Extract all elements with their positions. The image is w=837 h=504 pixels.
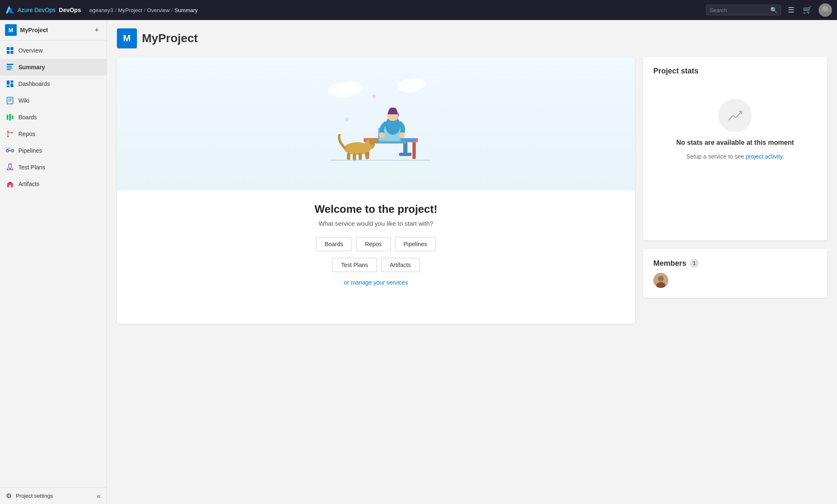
user-avatar[interactable] — [819, 3, 832, 17]
app-logo[interactable]: Azure DevOpsDevOps — [5, 5, 81, 15]
summary-icon — [6, 63, 14, 71]
project-activity-link[interactable]: project activity — [746, 153, 782, 160]
svg-point-23 — [7, 131, 9, 132]
service-button-artifacts[interactable]: Artifacts — [381, 258, 420, 272]
sidebar-item-repos[interactable]: Repos — [0, 126, 106, 142]
welcome-card: Welcome to the project! What service wou… — [117, 57, 635, 324]
svg-rect-42 — [412, 142, 416, 159]
svg-point-64 — [658, 276, 664, 282]
service-buttons-row2: Test Plans Artifacts — [134, 258, 618, 272]
collapse-sidebar-button[interactable]: « — [97, 492, 101, 500]
sidebar-item-label-artifacts: Artifacts — [18, 181, 40, 187]
pipelines-icon — [6, 146, 14, 155]
svg-point-24 — [7, 136, 9, 137]
page-header: M MyProject — [117, 28, 827, 48]
svg-rect-15 — [7, 86, 10, 87]
top-nav-right: 🔍 ☰ 🛒 — [706, 3, 832, 17]
settings-icon: ⚙ — [6, 492, 12, 500]
sidebar-project-name: MyProject — [20, 27, 48, 33]
sidebar-item-dashboards[interactable]: Dashboards — [0, 76, 106, 92]
svg-rect-13 — [10, 81, 13, 83]
svg-rect-33 — [9, 185, 11, 187]
sidebar: M MyProject + Overview — [0, 20, 107, 504]
svg-rect-11 — [7, 69, 11, 70]
top-nav: Azure DevOpsDevOps egeaney3 / MyProject … — [0, 0, 837, 20]
svg-point-28 — [11, 149, 14, 152]
sidebar-item-label-testplans: Test Plans — [18, 164, 46, 171]
svg-point-25 — [11, 132, 13, 134]
svg-point-51 — [379, 132, 385, 138]
svg-point-38 — [372, 95, 376, 98]
dashboards-icon — [6, 80, 14, 88]
welcome-text-section: Welcome to the project! What service wou… — [117, 190, 635, 299]
breadcrumb-overview[interactable]: Overview — [147, 7, 169, 13]
project-avatar: M — [5, 24, 17, 36]
svg-rect-22 — [12, 116, 13, 119]
filter-icon[interactable]: ☰ — [786, 4, 796, 16]
stats-subtitle: Setup a service to see project activity. — [686, 153, 784, 160]
sidebar-item-wiki[interactable]: Wiki — [0, 92, 106, 109]
sidebar-item-label-repos: Repos — [18, 131, 35, 137]
svg-rect-9 — [7, 66, 12, 67]
sidebar-item-overview[interactable]: Overview — [0, 42, 106, 59]
app-name: Azure DevOps — [18, 7, 56, 13]
svg-point-2 — [822, 6, 828, 12]
stats-card: Project stats No stats are available at … — [643, 57, 827, 240]
svg-rect-6 — [7, 51, 10, 54]
boards-icon — [6, 113, 14, 121]
svg-rect-21 — [9, 114, 11, 121]
svg-rect-4 — [7, 47, 10, 50]
svg-rect-48 — [375, 141, 407, 144]
stats-title: Project stats — [653, 67, 817, 76]
search-icon: 🔍 — [770, 7, 777, 13]
svg-rect-20 — [7, 115, 8, 120]
svg-rect-12 — [7, 81, 10, 85]
sidebar-nav: Overview Summary — [0, 40, 106, 487]
service-button-boards[interactable]: Boards — [316, 237, 352, 251]
service-buttons: Boards Repos Pipelines — [134, 237, 618, 251]
sidebar-item-boards[interactable]: Boards — [0, 109, 106, 126]
sidebar-project[interactable]: M MyProject — [5, 24, 48, 36]
breadcrumb-org[interactable]: egeaney3 — [89, 7, 113, 13]
page-title: MyProject — [142, 32, 198, 45]
svg-rect-57 — [347, 153, 350, 160]
sidebar-item-label-pipelines: Pipelines — [18, 147, 42, 154]
svg-rect-10 — [7, 68, 13, 68]
main-layout: M MyProject + Overview — [0, 20, 837, 504]
members-card: Members 1 — [643, 249, 827, 298]
service-button-testplans[interactable]: Test Plans — [332, 258, 377, 272]
manage-services-link[interactable]: or manage your services — [344, 279, 408, 286]
member-avatar-1[interactable] — [653, 273, 668, 288]
breadcrumb: egeaney3 / MyProject / Overview / Summar… — [89, 7, 703, 13]
basket-icon[interactable]: 🛒 — [801, 4, 814, 16]
stats-no-data-message: No stats are available at this moment — [676, 139, 794, 146]
svg-rect-59 — [359, 153, 362, 160]
svg-point-37 — [406, 78, 426, 90]
cards-row: Welcome to the project! What service wou… — [117, 57, 827, 324]
project-settings-link[interactable]: ⚙ Project settings — [6, 492, 53, 500]
add-project-button[interactable]: + — [92, 25, 101, 35]
wiki-icon — [6, 96, 14, 105]
search-box[interactable]: 🔍 — [706, 5, 781, 15]
members-header: Members 1 — [653, 259, 817, 268]
service-button-repos[interactable]: Repos — [356, 237, 390, 251]
service-button-pipelines[interactable]: Pipelines — [395, 237, 436, 251]
breadcrumb-project[interactable]: MyProject — [118, 7, 142, 13]
repos-icon — [6, 130, 14, 138]
overview-icon — [6, 46, 14, 55]
sidebar-item-artifacts[interactable]: Artifacts — [0, 176, 106, 192]
project-settings-label: Project settings — [16, 493, 53, 499]
sidebar-item-testplans[interactable]: Test Plans — [0, 159, 106, 176]
stats-empty-state: No stats are available at this moment Se… — [653, 82, 817, 176]
artifacts-icon — [6, 180, 14, 188]
svg-point-31 — [9, 168, 11, 169]
testplans-icon — [6, 163, 14, 171]
sidebar-item-pipelines[interactable]: Pipelines — [0, 142, 106, 159]
svg-rect-16 — [7, 97, 13, 104]
project-header-avatar: M — [117, 28, 137, 48]
sidebar-item-summary[interactable]: Summary — [0, 59, 106, 76]
welcome-subtitle: What service would you like to start wit… — [134, 220, 618, 227]
search-input[interactable] — [710, 7, 768, 13]
right-column: Project stats No stats are available at … — [643, 57, 827, 298]
content-area: M MyProject — [107, 20, 837, 504]
